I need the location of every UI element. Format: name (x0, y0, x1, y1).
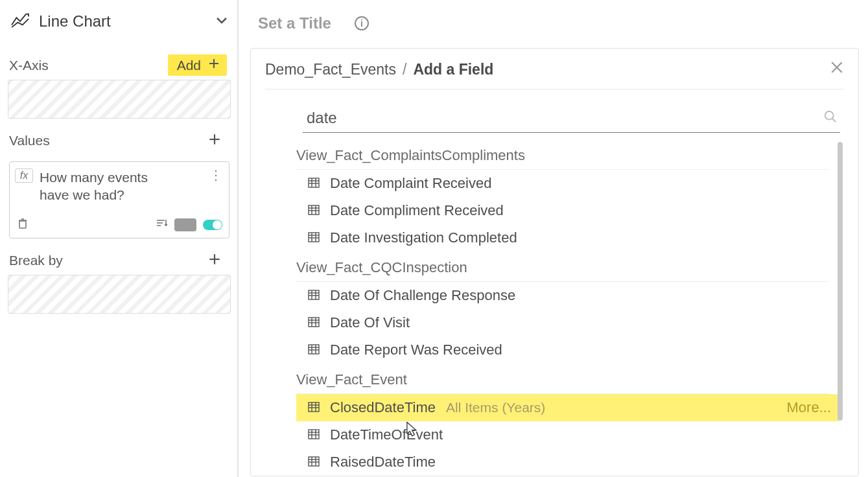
xaxis-section: X-Axis Add (8, 54, 231, 119)
result-item-label: Date Complaint Received (330, 175, 491, 192)
result-item-label: RaisedDateTime (330, 454, 436, 471)
search-input[interactable] (305, 106, 823, 130)
info-icon[interactable]: i (355, 16, 369, 30)
result-group-title: View_Fact_Event (296, 364, 828, 394)
crumb-leaf: Add a Field (413, 61, 493, 78)
table-field-icon (308, 202, 320, 219)
table-field-icon (308, 399, 320, 416)
result-item[interactable]: ClosedDateTimeAll Items (Years)More... (296, 394, 839, 421)
add-label: Add (177, 58, 201, 73)
svg-rect-37 (309, 318, 319, 327)
svg-rect-47 (309, 402, 319, 412)
svg-point-15 (825, 111, 834, 120)
result-item-label: Date Investigation Completed (330, 229, 517, 246)
result-item[interactable]: Date Complaint Received (296, 170, 839, 197)
close-icon[interactable] (830, 60, 844, 78)
chart-type-selector[interactable]: Line Chart (8, 8, 231, 43)
chart-type-label: Line Chart (39, 12, 206, 30)
result-item-meta: All Items (Years) (446, 400, 545, 415)
result-item-label: Date Of Challenge Response (330, 287, 515, 304)
value-item-text: How many events have we had? (40, 169, 176, 204)
result-item-label: Date Compliment Received (330, 202, 504, 219)
breakby-title: Break by (9, 253, 63, 268)
series-toggle[interactable] (203, 220, 222, 230)
result-item-label: DateTimeOfEvent (330, 426, 443, 443)
series-color-swatch[interactable] (174, 218, 196, 231)
result-item[interactable]: Date Compliment Received (296, 197, 839, 224)
table-field-icon (308, 454, 320, 471)
crumb-root[interactable]: Demo_Fact_Events (265, 61, 396, 78)
more-link[interactable]: More... (787, 399, 831, 416)
result-item-label: Date Of Visit (330, 314, 410, 331)
fx-icon: fx (15, 169, 33, 183)
delete-icon[interactable] (16, 217, 29, 233)
crumb-separator: / (403, 61, 406, 78)
svg-rect-57 (309, 457, 319, 466)
result-group-title: View_Fact_ComplaintsCompliments (296, 139, 828, 170)
search-icon (823, 110, 838, 126)
sort-icon[interactable] (155, 217, 168, 233)
svg-rect-22 (309, 205, 319, 215)
table-field-icon (308, 175, 320, 192)
add-breakby-button[interactable] (202, 250, 227, 271)
result-item[interactable]: DateTimeOfEvent (296, 421, 839, 448)
svg-rect-27 (309, 233, 319, 242)
svg-rect-42 (309, 345, 319, 354)
table-field-icon (308, 229, 320, 246)
svg-rect-17 (309, 178, 319, 187)
xaxis-title: X-Axis (9, 58, 49, 73)
add-value-button[interactable] (202, 130, 227, 151)
value-item-card[interactable]: fx How many events have we had? ⋮ (9, 161, 229, 238)
breakby-dropzone[interactable] (8, 275, 231, 314)
line-chart-icon (10, 12, 30, 31)
xaxis-dropzone[interactable] (8, 80, 231, 119)
values-section: Values fx How many events have we had? ⋮ (8, 130, 231, 238)
result-item-label: ClosedDateTime (330, 399, 436, 416)
values-title: Values (9, 133, 50, 148)
chevron-down-icon (215, 16, 228, 27)
result-item[interactable]: Date Of Visit (296, 309, 839, 336)
svg-rect-52 (309, 430, 319, 439)
add-xaxis-button[interactable]: Add (168, 54, 227, 76)
config-sidebar: Line Chart X-Axis Add (0, 0, 239, 477)
result-item[interactable]: Date Investigation Completed (296, 224, 839, 251)
scrollbar[interactable] (838, 142, 843, 421)
result-group-title: View_Fact_CQCInspection (296, 251, 828, 282)
result-item[interactable]: RaisedDateTime (296, 448, 839, 476)
result-item[interactable]: Date Of Challenge Response (296, 282, 839, 309)
search-results: View_Fact_ComplaintsComplimentsDate Comp… (296, 139, 844, 476)
breakby-section: Break by (8, 250, 231, 314)
chart-title-input[interactable]: Set a Title (258, 14, 331, 32)
breadcrumb: Demo_Fact_Events / Add a Field (265, 60, 844, 89)
svg-line-16 (832, 119, 836, 122)
result-item-label: Date Report Was Received (330, 342, 502, 358)
result-item[interactable]: Date Report Was Received (296, 336, 839, 364)
field-search[interactable] (303, 104, 840, 133)
table-field-icon (308, 342, 320, 358)
plus-icon (207, 57, 220, 73)
value-item-menu-icon[interactable]: ⋮ (209, 169, 222, 204)
table-field-icon (308, 287, 320, 304)
svg-rect-32 (309, 290, 319, 299)
table-field-icon (308, 426, 320, 443)
canvas-area: Set a Title i Demo_Fact_Events / Add a F… (239, 0, 868, 477)
add-field-panel: Demo_Fact_Events / Add a Field (250, 48, 859, 476)
svg-rect-4 (19, 221, 26, 228)
table-field-icon (308, 314, 320, 331)
